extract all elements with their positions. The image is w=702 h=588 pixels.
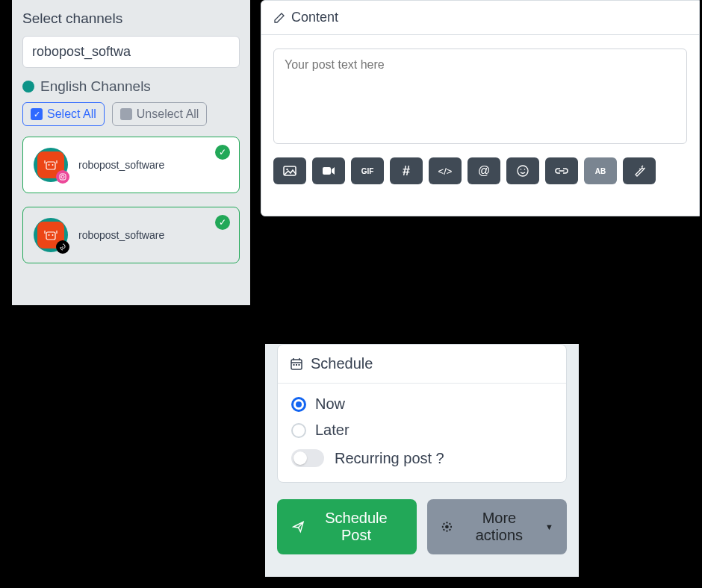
- channels-title: Select channels: [22, 10, 240, 27]
- selected-check-icon: ✓: [215, 215, 230, 230]
- select-buttons-row: ✓ Select All Unselect All: [22, 102, 240, 126]
- content-toolbar: GIF # </> @ AB: [273, 157, 687, 184]
- link-icon: [555, 166, 568, 176]
- magic-button[interactable]: [623, 157, 656, 184]
- schedule-body: Now Later Recurring post ?: [278, 384, 566, 482]
- video-button[interactable]: [312, 157, 345, 184]
- caret-down-icon: ▼: [545, 522, 553, 531]
- select-all-button[interactable]: ✓ Select All: [22, 102, 105, 126]
- svg-point-13: [524, 169, 526, 170]
- content-panel: Content GIF # </> @ AB: [261, 0, 700, 216]
- channel-name-label: robopost_software: [78, 159, 164, 171]
- check-icon: ✓: [31, 108, 43, 120]
- channel-avatar: [34, 218, 68, 252]
- uncheck-icon: [120, 108, 132, 120]
- code-icon: </>: [438, 166, 453, 177]
- svg-rect-17: [299, 364, 300, 366]
- svg-rect-0: [46, 162, 55, 169]
- send-icon: [292, 520, 305, 534]
- channel-card[interactable]: ✓ robopost_software: [22, 137, 240, 193]
- channel-search-input[interactable]: [22, 36, 240, 68]
- schedule-post-button[interactable]: Schedule Post: [277, 499, 417, 554]
- case-button[interactable]: AB: [584, 157, 617, 184]
- svg-point-11: [518, 166, 528, 176]
- more-actions-label: More actions: [459, 510, 539, 544]
- hashtag-button[interactable]: #: [390, 157, 423, 184]
- pencil-icon: [273, 12, 285, 24]
- channel-card[interactable]: ✓ robopost_software: [22, 207, 240, 263]
- svg-point-6: [49, 234, 50, 236]
- svg-point-18: [445, 525, 449, 529]
- image-button[interactable]: [273, 157, 306, 184]
- action-buttons-row: Schedule Post More actions ▼: [277, 499, 567, 554]
- unselect-all-label: Unselect All: [137, 107, 199, 121]
- recurring-label: Recurring post ?: [335, 450, 444, 467]
- channel-avatar: [34, 148, 68, 182]
- schedule-title: Schedule: [311, 355, 373, 372]
- code-button[interactable]: </>: [429, 157, 462, 184]
- schedule-post-label: Schedule Post: [311, 510, 402, 544]
- gif-icon: GIF: [361, 167, 374, 175]
- post-textarea[interactable]: [273, 49, 687, 144]
- svg-rect-10: [323, 167, 331, 175]
- recurring-toggle-row: Recurring post ?: [291, 449, 553, 467]
- channel-name-label: robopost_software: [78, 229, 164, 241]
- gif-button[interactable]: GIF: [351, 157, 384, 184]
- schedule-panel: Schedule Now Later Recurring post ? Sche…: [265, 344, 579, 577]
- robot-icon: [43, 157, 58, 172]
- select-all-label: Select All: [47, 107, 96, 121]
- schedule-card: Schedule Now Later Recurring post ?: [277, 344, 567, 483]
- threads-badge-icon: [56, 240, 69, 254]
- svg-point-12: [521, 169, 522, 170]
- channel-group-header: English Channels: [22, 78, 240, 95]
- schedule-later-label: Later: [315, 422, 350, 439]
- schedule-now-radio[interactable]: Now: [291, 395, 553, 413]
- content-header-label: Content: [291, 10, 338, 25]
- svg-rect-5: [46, 232, 55, 240]
- at-icon: @: [478, 164, 490, 178]
- recurring-toggle[interactable]: [291, 449, 324, 467]
- instagram-badge-icon: [56, 170, 69, 184]
- schedule-later-radio[interactable]: Later: [291, 422, 553, 439]
- radio-unselected-icon: [291, 423, 306, 438]
- case-icon: AB: [595, 167, 606, 175]
- svg-point-9: [286, 169, 288, 170]
- svg-point-7: [52, 234, 54, 236]
- smile-icon: [517, 165, 529, 177]
- selected-check-icon: ✓: [215, 145, 230, 160]
- content-header: Content: [261, 1, 699, 35]
- unselect-all-button[interactable]: Unselect All: [112, 102, 208, 126]
- channels-panel: Select channels English Channels ✓ Selec…: [12, 0, 250, 305]
- group-color-dot: [22, 81, 34, 93]
- more-actions-button[interactable]: More actions ▼: [427, 499, 567, 554]
- image-icon: [283, 166, 296, 176]
- robot-icon: [43, 228, 58, 243]
- calendar-icon: [290, 357, 303, 371]
- video-icon: [322, 166, 335, 176]
- channel-group-title: English Channels: [40, 78, 151, 95]
- mention-button[interactable]: @: [468, 157, 500, 184]
- emoji-button[interactable]: [506, 157, 539, 184]
- magic-icon: [633, 165, 645, 177]
- link-button[interactable]: [545, 157, 578, 184]
- svg-rect-16: [296, 364, 297, 366]
- radio-selected-icon: [291, 397, 306, 412]
- gear-icon: [441, 520, 453, 534]
- svg-point-1: [49, 164, 50, 166]
- svg-point-2: [52, 164, 54, 166]
- svg-rect-15: [293, 364, 295, 366]
- hash-icon: #: [403, 163, 410, 179]
- schedule-header: Schedule: [278, 345, 566, 384]
- schedule-now-label: Now: [315, 395, 345, 413]
- svg-point-4: [61, 175, 64, 178]
- svg-rect-3: [60, 174, 66, 180]
- content-body: GIF # </> @ AB: [261, 35, 699, 193]
